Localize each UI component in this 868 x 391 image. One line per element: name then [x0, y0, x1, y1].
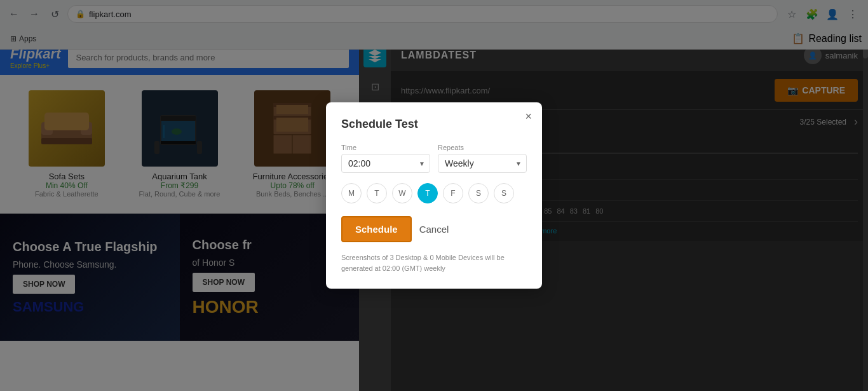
- repeats-field: Repeats Weekly Daily Monthly: [438, 144, 527, 173]
- repeats-select-wrapper: Weekly Daily Monthly: [438, 154, 527, 173]
- time-field: Time 02:00: [341, 144, 430, 173]
- cancel-button[interactable]: Cancel: [419, 224, 449, 235]
- day-selector: M T W T F S S: [341, 183, 527, 203]
- schedule-button[interactable]: Schedule: [341, 216, 412, 242]
- day-saturday[interactable]: S: [468, 183, 489, 203]
- modal-overlay: Schedule Test × Time 02:00 Repeats Weekl…: [0, 0, 868, 391]
- day-sunday[interactable]: S: [494, 183, 514, 203]
- time-label: Time: [341, 144, 430, 151]
- modal-actions: Schedule Cancel: [341, 216, 527, 242]
- modal-fields: Time 02:00 Repeats Weekly Daily Monthly: [341, 144, 527, 173]
- day-wednesday[interactable]: W: [392, 183, 412, 203]
- repeats-label: Repeats: [438, 144, 527, 151]
- modal-note: Screenshots of 3 Desktop & 0 Mobile Devi…: [341, 252, 527, 273]
- repeats-select[interactable]: Weekly Daily Monthly: [438, 154, 527, 173]
- day-thursday[interactable]: T: [417, 183, 438, 203]
- time-select-wrapper: 02:00: [341, 154, 430, 173]
- day-tuesday[interactable]: T: [367, 183, 387, 203]
- modal-close-button[interactable]: ×: [525, 110, 532, 123]
- schedule-modal: Schedule Test × Time 02:00 Repeats Weekl…: [326, 102, 542, 289]
- modal-title: Schedule Test: [341, 118, 527, 131]
- day-friday[interactable]: F: [443, 183, 463, 203]
- day-monday[interactable]: M: [341, 183, 362, 203]
- time-select[interactable]: 02:00: [341, 154, 430, 173]
